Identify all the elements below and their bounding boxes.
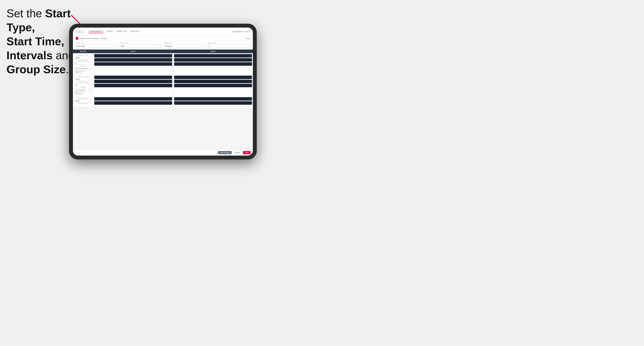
chevron-down-icon-3: ▾ [248, 45, 249, 47]
course-name-1: (A) Peachtree GC [78, 68, 88, 69]
starting-time-value-2: 10:10 [76, 79, 80, 80]
intervals-label: Intervals [164, 42, 206, 44]
start-time-label: Start Time [120, 42, 162, 44]
remove-player-3-1[interactable]: ✕ [169, 77, 170, 78]
start-time-select[interactable]: 10:00 🕐 [120, 44, 162, 48]
player-slot-3-2[interactable]: ✕ ○ [94, 80, 172, 83]
info-player-4-1[interactable]: ○ [250, 77, 251, 78]
intervals-group: Intervals 10 Minutes ▾ [164, 42, 206, 48]
player-slot-4-2[interactable]: ✕ ○ [174, 80, 252, 83]
player-slot-3-3[interactable] [94, 84, 172, 87]
tablet-frame: SCOREBOARD Powered by clipp.io TOURNAMEN… [69, 24, 257, 160]
starting-time-label-1: STARTING TIME: [75, 54, 92, 56]
team2-area-3: ✕ ○ [173, 96, 253, 107]
player-slot-5-2[interactable] [94, 101, 172, 105]
tab-tournaments[interactable]: TOURNAMENTS [89, 30, 103, 33]
player-slot-2-1[interactable]: ✕ ○ [174, 54, 252, 57]
col-team2-header: Team 2 [173, 49, 253, 53]
player-slot-4-3[interactable] [174, 84, 252, 87]
clock-icon: 🕐 [160, 45, 161, 47]
team1-area-1: ✕ ○ ✕ ○ [94, 53, 173, 75]
course-icon-2: 🏌 [76, 89, 77, 91]
team1-slot-row1: ✕ ○ [94, 54, 172, 57]
starting-hole-label-3: STARTING HOLE: [75, 103, 92, 104]
player-slot-5-1[interactable]: ✕ ○ [94, 97, 172, 101]
clock-icon-2: ⏱ [89, 79, 90, 80]
back-button[interactable]: ‹ Back [245, 37, 250, 39]
hosting-breadcrumb[interactable]: Hosting [101, 37, 106, 39]
info-player-4-2[interactable]: ○ [250, 81, 251, 82]
player-slot-1-3[interactable] [94, 62, 172, 66]
player-slot-1-2[interactable]: ✕ ○ [94, 58, 172, 62]
remove-player-4-1[interactable]: ✕ [249, 77, 250, 78]
starting-time-input-3[interactable]: 10:20 ⏱ [75, 99, 92, 102]
team2c-slot-row2 [174, 101, 252, 105]
reset-changes-button[interactable]: Reset Changes [218, 151, 232, 154]
tee-actions-1: Remove Group + Add Group [75, 70, 92, 73]
cancel-button[interactable]: Cancel [233, 151, 242, 155]
add-group-btn-1[interactable]: + Add Group [75, 72, 92, 73]
tab-teams[interactable]: TEAMS [106, 30, 113, 33]
plus-icon-2: + [75, 94, 75, 95]
tournament-breadcrumb[interactable]: Clippd Invitational (Men) [80, 37, 98, 39]
player-slot-2-2[interactable] [174, 58, 252, 62]
hole-chevron-2: ▾ [76, 84, 77, 86]
info-player-6-1[interactable]: ○ [250, 98, 251, 100]
table-header: Tee Time Team 1 Team 2 [73, 49, 253, 53]
team2b-slot-row1: ✕ ○ [174, 76, 252, 79]
starting-time-value-3: 10:20 [76, 100, 80, 102]
starting-time-input-1[interactable]: 10:00 ⏱ [75, 56, 92, 59]
table-body[interactable]: STARTING TIME: 10:00 ⏱ STARTING HOLE: 1 … [73, 53, 253, 150]
remove-group-btn-1[interactable]: Remove Group [75, 70, 92, 72]
clock-icon-1: ⏱ [89, 57, 90, 58]
group-row-3: STARTING TIME: 10:20 ⏱ STARTING HOLE: ✕ … [73, 96, 253, 107]
add-group-btn-2[interactable]: + Add Group [75, 94, 92, 95]
player-slot-6-1[interactable]: ✕ ○ [174, 97, 252, 101]
remove-player-4-2[interactable]: ✕ [249, 81, 250, 82]
player-slot-6-2[interactable] [174, 101, 252, 105]
team1b-slot-row1: ✕ ○ [94, 76, 172, 79]
remove-player-6-1[interactable]: ✕ [249, 98, 250, 100]
remove-player-3-2[interactable]: ✕ [169, 81, 170, 82]
info-player-1-1[interactable]: ○ [170, 55, 171, 56]
info-player-5-1[interactable]: ○ [170, 98, 171, 100]
save-button[interactable]: Save [243, 151, 251, 154]
player-slot-4-1[interactable]: ✕ ○ [174, 76, 252, 79]
remove-course-1[interactable]: ✕ [89, 68, 90, 69]
breadcrumb: C Clippd Invitational (Men) › Hosting ‹ … [73, 36, 253, 41]
tab-rankings[interactable]: RANKINGS [130, 30, 140, 33]
logo-sub: Powered by clipp.io [76, 32, 85, 33]
tab-committee[interactable]: COMMITTEE [116, 30, 127, 33]
nav-tabs: TOURNAMENTS TEAMS COMMITTEE RANKINGS [89, 30, 232, 33]
team2-area-1: ✕ ○ [173, 53, 253, 75]
start-type-select[interactable]: 1st Tee Start ▾ [76, 44, 118, 48]
player-slot-1-1[interactable]: ✕ ○ [94, 54, 172, 57]
info-player-1-2[interactable]: ○ [170, 59, 171, 61]
remove-group-btn-2[interactable]: Remove Group [75, 92, 92, 93]
info-player-3-1[interactable]: ○ [170, 77, 171, 78]
group-size-select[interactable]: 3 ▾ [208, 44, 250, 48]
remove-player-2-1[interactable]: ✕ [249, 55, 250, 57]
remove-player-1-2[interactable]: ✕ [169, 59, 170, 61]
tee-cell-2: STARTING TIME: 10:10 ⏱ STARTING HOLE: 1 … [73, 75, 94, 96]
team2-slot-row2 [174, 58, 252, 62]
add-group-label-2: Add Group [76, 94, 82, 95]
player-slot-2-3[interactable] [174, 62, 252, 66]
sign-out-link[interactable]: Sign out [245, 31, 250, 32]
remove-course-2[interactable]: ✕ [89, 89, 90, 91]
starting-hole-input-2[interactable]: 1 ▾ [75, 83, 92, 86]
breadcrumb-separator: › [99, 37, 100, 39]
team2-slot-row1: ✕ ○ [174, 54, 252, 57]
info-player-2-1[interactable]: ○ [250, 55, 251, 56]
starting-hole-input-1[interactable]: 1 ▾ [75, 62, 92, 65]
starting-time-input-2[interactable]: 10:10 ⏱ [75, 78, 92, 81]
remove-player-1-1[interactable]: ✕ [169, 55, 170, 57]
player-slot-3-1[interactable]: ✕ ○ [94, 76, 172, 79]
group-size-label: Group Size [208, 42, 250, 44]
remove-player-5-1[interactable]: ✕ [169, 98, 170, 100]
info-player-3-2[interactable]: ○ [170, 81, 171, 82]
course-badge-1: 🏌 (A) Peachtree GC ✕ [75, 67, 92, 70]
intervals-select[interactable]: 10 Minutes ▾ [164, 44, 206, 48]
team1-area-3: ✕ ○ [94, 96, 173, 107]
group-row: STARTING TIME: 10:00 ⏱ STARTING HOLE: 1 … [73, 53, 253, 75]
